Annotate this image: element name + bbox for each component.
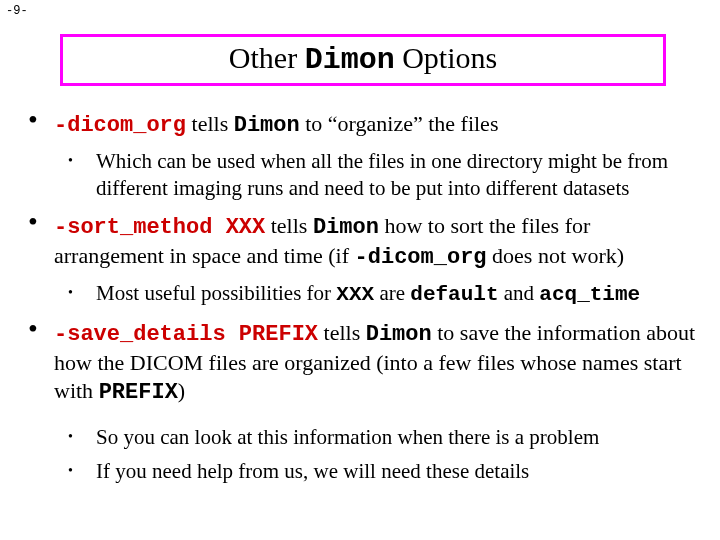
content-area: -dicom_org tells Dimon to “organize” the…: [28, 100, 698, 485]
text: ): [178, 378, 185, 403]
text: tells: [186, 111, 234, 136]
bullet-save-details: -save_details PREFIX tells Dimon to save…: [28, 319, 698, 407]
title-prog: Dimon: [305, 43, 395, 77]
sub-bullet: So you can look at this information when…: [68, 424, 698, 451]
bullet-dicom-org: -dicom_org tells Dimon to “organize” the…: [28, 110, 698, 140]
sub-bullet: Which can be used when all the files in …: [68, 148, 698, 202]
page-number: -9-: [6, 4, 28, 18]
text: are: [374, 281, 410, 305]
option-save-details: -save_details PREFIX: [54, 322, 318, 347]
text: to “organize” the files: [300, 111, 499, 136]
val-default: default: [410, 283, 498, 306]
text: tells: [318, 320, 366, 345]
text: Which can be used when all the files in …: [96, 149, 668, 200]
xxx: XXX: [336, 283, 374, 306]
text: If you need help from us, we will need t…: [96, 459, 529, 483]
prog-dimon: Dimon: [313, 215, 379, 240]
sub-bullet: If you need help from us, we will need t…: [68, 458, 698, 485]
prog-dimon: Dimon: [234, 113, 300, 138]
bullet-sort-method: -sort_method XXX tells Dimon how to sort…: [28, 212, 698, 272]
title-box: Other Dimon Options: [60, 34, 666, 86]
sub-bullet: Most useful possibilities for XXX are de…: [68, 280, 698, 309]
text: does not work): [487, 243, 624, 268]
text: Most useful possibilities for: [96, 281, 336, 305]
ref-dicom-org: -dicom_org: [355, 245, 487, 270]
option-sort-method: -sort_method XXX: [54, 215, 265, 240]
title-post: Options: [395, 41, 498, 74]
val-acq-time: acq_time: [539, 283, 640, 306]
ref-prefix: PREFIX: [99, 380, 178, 405]
option-dicom-org: -dicom_org: [54, 113, 186, 138]
title-pre: Other: [229, 41, 305, 74]
text: So you can look at this information when…: [96, 425, 599, 449]
text: and: [499, 281, 540, 305]
text: tells: [265, 213, 313, 238]
slide-title: Other Dimon Options: [229, 41, 497, 74]
prog-dimon: Dimon: [366, 322, 432, 347]
